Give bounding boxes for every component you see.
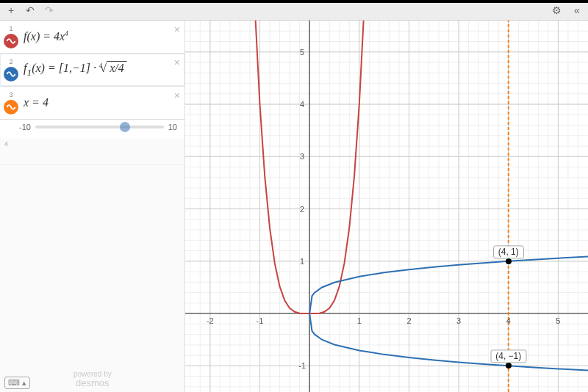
function-color-icon[interactable] bbox=[4, 34, 18, 48]
slider-row: -10 10 bbox=[0, 120, 184, 139]
y-tick-label: -1 bbox=[298, 361, 306, 370]
x-tick-label: 2 bbox=[406, 316, 411, 325]
point-label: (4, 1) bbox=[493, 245, 524, 258]
expression-formula[interactable]: f1(x) = [1,−1] · 4√ x/4 bbox=[19, 62, 182, 79]
x-tick-label: 3 bbox=[456, 316, 461, 325]
function-color-icon[interactable] bbox=[4, 67, 18, 81]
y-tick-label: 5 bbox=[300, 48, 304, 57]
x-tick-label: -1 bbox=[257, 316, 264, 325]
y-tick-label: 1 bbox=[300, 257, 304, 266]
slider[interactable] bbox=[35, 126, 164, 128]
function-color-icon[interactable] bbox=[4, 100, 18, 115]
delete-expression-button[interactable]: × bbox=[174, 90, 180, 101]
y-tick-label: 3 bbox=[300, 152, 304, 161]
redo-button[interactable]: ↷ bbox=[43, 4, 56, 17]
expression-index: 2 bbox=[3, 58, 19, 65]
slider-max: 10 bbox=[168, 123, 177, 131]
expression-list: 1 f(x) = 4x4 × 2 f1(x) = [1,−1] · 4√ x/4… bbox=[0, 21, 185, 392]
branding: powered by desmos bbox=[74, 371, 112, 388]
y-tick-label: 2 bbox=[300, 205, 304, 214]
undo-button[interactable]: ↶ bbox=[24, 4, 37, 17]
intersection-point[interactable] bbox=[506, 363, 512, 369]
expression-index: 3 bbox=[3, 91, 19, 98]
keyboard-icon: ⌨ ▴ bbox=[4, 377, 30, 389]
y-tick-label: 4 bbox=[300, 100, 304, 109]
x-tick-label: 5 bbox=[556, 316, 560, 325]
delete-expression-button[interactable]: × bbox=[174, 23, 180, 35]
expression-row[interactable]: 3 x = 4 × bbox=[0, 87, 184, 120]
expression-index: 1 bbox=[3, 25, 19, 32]
empty-expression-row[interactable]: 4 bbox=[0, 139, 184, 165]
graph-area[interactable]: -2-112345-112345(4, 1)(4, −1) bbox=[185, 21, 588, 392]
expression-row[interactable]: 1 f(x) = 4x4 × bbox=[0, 21, 184, 54]
x-tick-label: 1 bbox=[357, 316, 362, 325]
keyboard-toggle[interactable]: ⌨ ▴ bbox=[4, 377, 30, 389]
settings-button[interactable]: ⚙ bbox=[550, 4, 563, 17]
x-tick-label: 4 bbox=[506, 316, 511, 325]
add-expression-button[interactable]: + bbox=[4, 4, 18, 17]
delete-expression-button[interactable]: × bbox=[174, 57, 180, 68]
slider-thumb[interactable] bbox=[120, 122, 130, 132]
expression-row[interactable]: 2 f1(x) = [1,−1] · 4√ x/4 × bbox=[0, 54, 184, 87]
branding-name: desmos bbox=[74, 378, 112, 388]
x-tick-label: -2 bbox=[207, 316, 214, 325]
slider-min: -10 bbox=[19, 123, 31, 131]
toolbar: + ↶ ↷ ⚙ « bbox=[0, 0, 588, 21]
point-label: (4, −1) bbox=[490, 350, 526, 363]
expression-formula[interactable]: x = 4 bbox=[19, 96, 182, 109]
intersection-point[interactable] bbox=[506, 258, 512, 264]
collapse-sidebar-button[interactable]: « bbox=[570, 4, 584, 17]
expression-formula[interactable]: f(x) = 4x4 bbox=[19, 29, 182, 43]
